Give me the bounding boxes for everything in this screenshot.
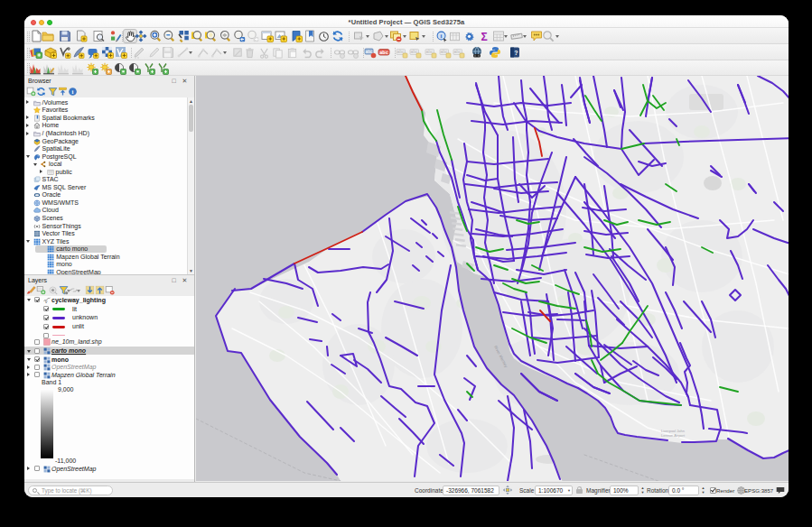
svg-text:?: ? (514, 50, 518, 56)
svg-text:abc: abc (379, 50, 387, 55)
svg-text:V: V (44, 300, 47, 304)
svg-text:i: i (440, 32, 442, 39)
svg-text:Σ: Σ (481, 31, 487, 43)
svg-text:i: i (72, 88, 74, 95)
svg-text:abc: abc (365, 49, 373, 54)
svg-text:Lennon Airport: Lennon Airport (661, 433, 686, 438)
